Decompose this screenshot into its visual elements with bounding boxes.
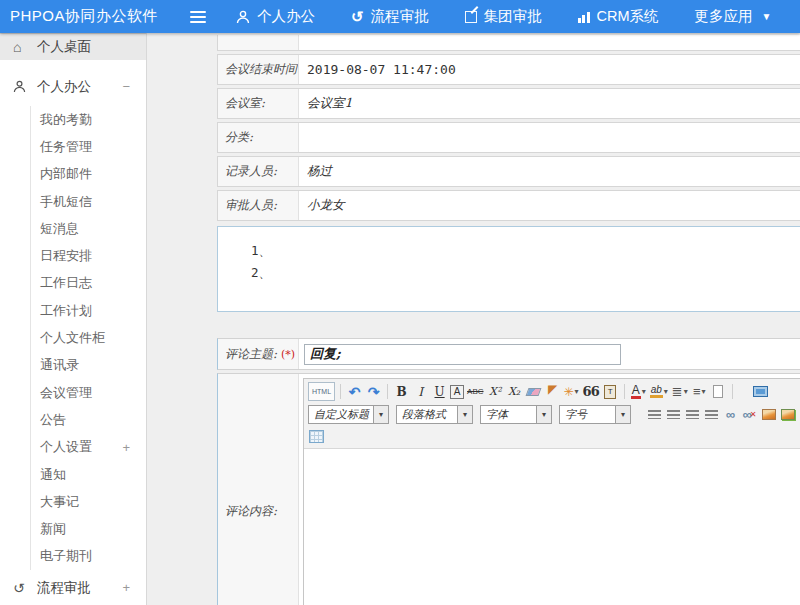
menu-toggle-icon[interactable] [190,11,206,23]
align-center-button[interactable] [665,405,682,424]
image-icon [762,409,776,420]
sidebar-item-e-journal[interactable]: 电子期刊 [31,543,146,570]
paste-text-button[interactable]: T [602,382,619,401]
html-source-button[interactable]: HTML [308,382,335,401]
history-icon: ↺ [351,9,364,24]
expand-icon[interactable]: + [122,580,146,595]
insert-net-image-button[interactable] [779,405,796,424]
remove-link-button[interactable]: ∞✕ [741,405,758,424]
undo-button[interactable]: ↶ [346,382,363,401]
align-justify-button[interactable] [703,405,720,424]
row-value: HTML ↶ ↷ B I U A ABC X² [299,374,800,605]
sidebar-item-label: 公告 [40,411,66,429]
superscript-button[interactable]: X² [487,382,504,401]
sidebar-item-desktop[interactable]: ⌂ 个人桌面 [0,33,146,60]
new-page-button[interactable] [710,382,727,401]
sidebar-item-work-log[interactable]: 工作日志 [31,270,146,297]
row-meeting-end-time: 会议结束时间: 2019-08-07 11:47:00 [217,54,800,85]
sidebar-item-schedule[interactable]: 日程安排 [31,242,146,269]
comment-subject-input[interactable] [304,344,621,365]
sidebar-item-internal-mail[interactable]: 内部邮件 [31,161,146,188]
sidebar-item-personal-office[interactable]: 个人办公 − [0,73,146,100]
chevron-down-icon: ▾ [615,406,630,423]
chevron-down-icon: ▾ [457,406,472,423]
nav-personal-office[interactable]: 个人办公 [236,7,315,26]
bold-button[interactable]: B [393,382,410,401]
row-label: 评论主题: (*) [218,339,299,369]
main-content: 会议结束时间: 2019-08-07 11:47:00 会议室: 会议室1 分类… [147,33,800,605]
image-plus-icon [781,409,795,420]
sidebar-item-label: 工作日志 [40,274,92,292]
sidebar-item-personal-settings[interactable]: 个人设置+ [31,434,146,461]
subscript-button[interactable]: X₂ [506,382,523,401]
blockquote-button[interactable]: 66 [582,382,600,401]
comment-form: 评论主题: (*) 评论内容: HTML [217,338,800,605]
align-right-button[interactable] [684,405,701,424]
underline-button[interactable]: U [431,382,448,401]
font-family-select[interactable]: 字体 ▾ [480,405,552,424]
expand-icon[interactable]: + [122,440,146,455]
sidebar-item-sms[interactable]: 手机短信 [31,188,146,215]
format-brush-button[interactable]: ◢ [544,382,561,401]
fullscreen-button[interactable] [738,382,769,401]
highlight-color-button[interactable]: ab▾ [649,382,669,401]
blank-page-icon [713,385,723,398]
row-label [218,35,299,50]
sidebar-item-label: 任务管理 [40,138,92,156]
border-text-button[interactable]: A [450,385,464,399]
sidebar-item-notices[interactable]: 通知 [31,461,146,488]
align-left-icon [648,410,661,419]
sidebar-item-announcements[interactable]: 公告 [31,406,146,433]
sidebar-item-tasks[interactable]: 任务管理 [31,133,146,160]
insert-image-button[interactable] [760,405,777,424]
nav-label: CRM系统 [597,7,659,26]
italic-button[interactable]: I [412,382,429,401]
sidebar-item-attendance[interactable]: 我的考勤 [31,106,146,133]
sidebar-item-news[interactable]: 新闻 [31,515,146,542]
sidebar-item-personal-files[interactable]: 个人文件柜 [31,324,146,351]
person-icon [236,10,250,24]
required-mark: (*) [281,348,295,361]
top-navigation-bar: PHPOA协同办公软件 个人办公 ↺ 流程审批 集团审批 CRM系统 更多应用 … [0,0,800,33]
sidebar-item-short-messages[interactable]: 短消息 [31,215,146,242]
heading-select[interactable]: 自定义标题 ▾ [308,405,389,424]
row-label: 记录人员: [218,157,299,186]
collapse-icon[interactable]: − [122,79,146,94]
ordered-list-button[interactable]: ≣▾ [671,382,689,401]
insert-link-button[interactable]: ∞ [722,405,739,424]
row-category: 分类: [217,122,800,153]
row-label: 会议结束时间: [218,55,299,84]
auto-format-button[interactable]: ✳▾ [563,382,580,401]
unordered-list-button[interactable]: ≡▾ [691,382,708,401]
font-color-button[interactable]: A▾ [630,382,647,401]
comment-content-editable-area[interactable] [304,449,800,605]
highlight-icon: ab [650,385,663,398]
app-logo: PHPOA协同办公软件 [0,7,190,26]
person-icon [13,80,29,93]
font-size-select[interactable]: 字号 ▾ [559,405,631,424]
redo-button[interactable]: ↷ [365,382,382,401]
nav-more-apps[interactable]: 更多应用 ▼ [695,7,772,26]
sidebar-item-work-plan[interactable]: 工作计划 [31,297,146,324]
toolbar-row-2: 自定义标题 ▾ 段落格式 ▾ 字体 ▾ [308,403,800,426]
sidebar-item-workflow-approval[interactable]: ↺ 流程审批 + [0,574,146,601]
sidebar-item-meetings[interactable]: 会议管理 [31,379,146,406]
font-color-icon: A [631,385,641,399]
strikethrough-button[interactable]: ABC [466,382,484,401]
nav-group-approval[interactable]: 集团审批 [465,7,542,26]
sidebar-item-major-events[interactable]: 大事记 [31,488,146,515]
eraser-button[interactable] [525,382,542,401]
sidebar-item-contacts[interactable]: 通讯录 [31,352,146,379]
align-left-button[interactable] [646,405,663,424]
sidebar-item-label: 个人设置 [40,438,92,456]
nav-crm-system[interactable]: CRM系统 [578,7,659,26]
row-approver: 审批人员: 小龙女 [217,190,800,221]
sidebar-item-label: 工作计划 [40,302,92,320]
sidebar: ⌂ 个人桌面 个人办公 − 我的考勤 任务管理 内部邮件 手机短信 短消息 日程… [0,33,147,605]
insert-table-button[interactable] [308,427,325,446]
row-comment-subject: 评论主题: (*) [217,338,800,370]
history-icon: ↺ [13,580,29,596]
nav-workflow-approval[interactable]: ↺ 流程审批 [351,7,429,26]
paragraph-format-select[interactable]: 段落格式 ▾ [396,405,473,424]
sidebar-item-label: 电子期刊 [40,547,92,565]
